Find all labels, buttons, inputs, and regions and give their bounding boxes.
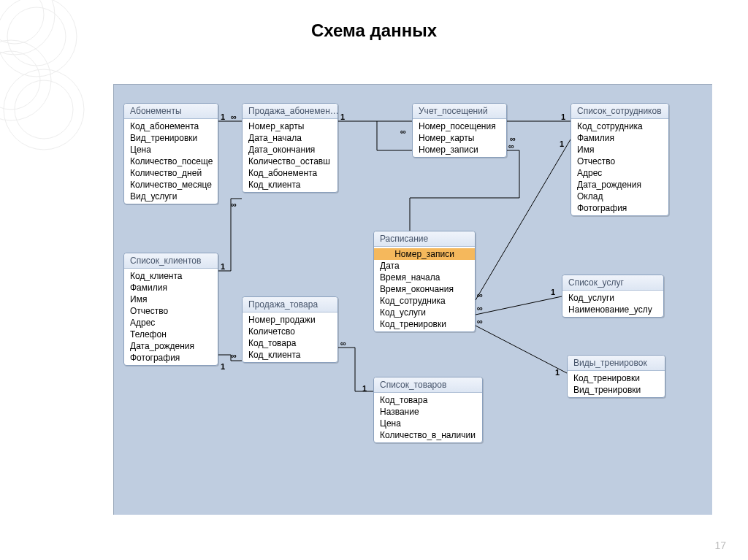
table-title: Список_сотрудников [571,104,668,119]
table-tovary[interactable]: Список_товаровКод_товараНазваниеЦенаКоли… [373,377,483,443]
table-field[interactable]: Номер_записи [413,144,506,156]
table-title: Продажа_абонемен… [243,104,337,119]
table-field[interactable]: Цена [124,144,218,156]
table-field[interactable]: Адрес [571,167,668,179]
table-field[interactable]: Код_клиента [124,270,218,282]
table-field[interactable]: Количество_месяце [124,179,218,191]
table-field[interactable]: Дата_окончания [243,144,337,156]
table-field[interactable]: Название [374,406,482,418]
table-field[interactable]: Отчество [571,156,668,167]
table-field[interactable]: Вид_тренировки [124,132,218,144]
table-field[interactable]: Номер_карты [413,132,506,144]
table-title: Расписание [374,231,475,247]
table-field[interactable]: Код_сотрудника [571,120,668,132]
table-uchet[interactable]: Учет_посещенийНомер_посещенияНомер_карты… [412,103,507,158]
svg-point-7 [15,80,73,139]
table-field[interactable]: Имя [571,144,668,156]
diagram-canvas: 1∞1∞∞1∞1∞1∞∞1∞1∞1∞1 АбонементыКод_абонем… [113,84,712,515]
table-field[interactable]: Номер_продажи [243,314,337,326]
table-field[interactable]: Код_клиента [243,349,337,361]
table-sotr[interactable]: Список_сотрудниковКод_сотрудникаФамилияИ… [570,103,669,216]
page-title: Схема данных [0,0,748,54]
table-field[interactable]: Номер_записи [374,248,475,260]
table-field[interactable]: Код_услуги [562,292,663,304]
table-field[interactable]: Номер_карты [243,120,337,132]
svg-point-6 [4,69,84,150]
table-field[interactable]: Код_тренировки [374,318,475,330]
table-field[interactable]: Оклад [571,191,668,202]
table-field[interactable]: Фамилия [124,282,218,294]
table-field[interactable]: Время_начала [374,272,475,283]
table-field[interactable]: Код_услуги [374,307,475,318]
table-title: Учет_посещений [413,104,506,119]
table-title: Список_клиентов [124,253,218,269]
table-field[interactable]: Код_товара [243,337,337,349]
table-field[interactable]: Код_абонемента [124,120,218,132]
table-title: Список_услуг [562,275,663,291]
table-uslugi[interactable]: Список_услугКод_услугиНаименование_услу [562,275,664,318]
table-field[interactable]: Дата_начала [243,132,337,144]
table-trenir[interactable]: Виды_тренировокКод_тренировкиВид_трениро… [567,355,665,398]
table-field[interactable]: Код_товара [374,394,482,406]
table-title: Список_товаров [374,377,482,393]
table-field[interactable]: Количество_в_наличии [374,429,482,441]
table-rasp[interactable]: РасписаниеНомер_записиДатаВремя_началаВр… [373,231,476,332]
table-field[interactable]: Код_сотрудника [374,295,475,307]
table-field[interactable]: Вид_тренировки [568,384,665,396]
table-field[interactable]: Телефон [124,329,218,340]
table-prodtov[interactable]: Продажа_товараНомер_продажиКоличетсвоКод… [242,296,338,363]
tables-layer: АбонементыКод_абонементаВид_тренировкиЦе… [114,85,712,515]
table-title: Виды_тренировок [568,356,665,371]
table-field[interactable]: Дата_рождения [571,179,668,191]
table-field[interactable]: Фотография [124,352,218,364]
table-field[interactable]: Фотография [571,202,668,214]
table-field[interactable]: Номер_посещения [413,120,506,132]
table-field[interactable]: Адрес [124,317,218,329]
table-field[interactable]: Цена [374,418,482,429]
table-field[interactable]: Код_абонемента [243,167,337,179]
table-klienty[interactable]: Список_клиентовКод_клиентаФамилияИмяОтче… [123,253,218,366]
svg-point-5 [0,51,40,110]
table-field[interactable]: Дата_рождения [124,340,218,352]
table-abon[interactable]: АбонементыКод_абонементаВид_тренировкиЦе… [123,103,218,204]
table-field[interactable]: Код_клиента [243,179,337,191]
slide-number: 17 [714,540,726,551]
table-field[interactable]: Наименование_услу [562,304,663,315]
table-title: Продажа_товара [243,297,337,312]
table-field[interactable]: Количетсво [243,326,337,337]
table-field[interactable]: Вид_услуги [124,191,218,202]
table-field[interactable]: Дата [374,260,475,272]
table-field[interactable]: Количество_дней [124,167,218,179]
table-title: Абонементы [124,104,218,119]
table-field[interactable]: Отчество [124,305,218,317]
table-field[interactable]: Имя [124,294,218,305]
table-field[interactable]: Код_тренировки [568,372,665,384]
table-field[interactable]: Фамилия [571,132,668,144]
table-field[interactable]: Количество_оставш [243,156,337,167]
table-field[interactable]: Время_окончания [374,283,475,295]
table-field[interactable]: Количество_посеще [124,156,218,167]
table-prodabon[interactable]: Продажа_абонемен…Номер_картыДата_началаД… [242,103,338,193]
